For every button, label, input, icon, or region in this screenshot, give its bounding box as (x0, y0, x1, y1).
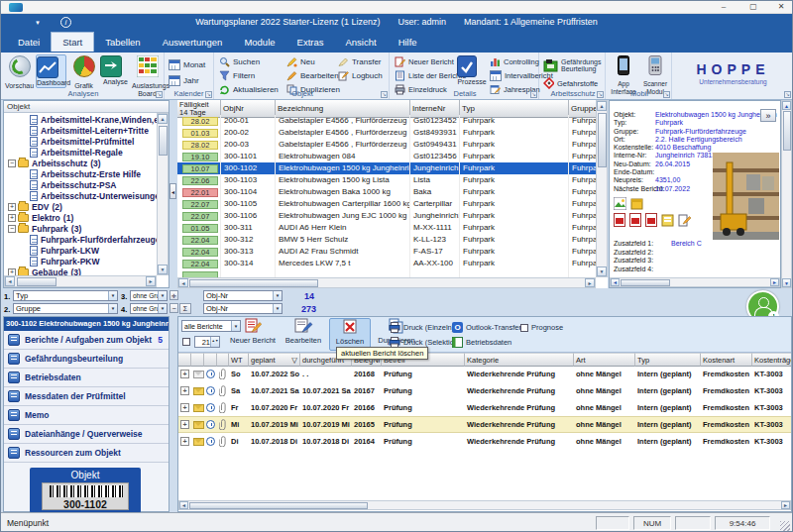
object-info-item[interactable]: Memo (4, 406, 169, 425)
table-row[interactable]: 22.06 300-1103 Elektrohubwagen 1500 kg L… (177, 174, 596, 186)
filter-2-select[interactable]: Gruppe▼ (13, 303, 118, 314)
checkbox-icon[interactable] (520, 324, 528, 332)
report-row[interactable]: + So 10.07.2022 So . . 20168 Prüfung Wie… (178, 366, 791, 382)
tree-item[interactable]: + Gebäude (3) (4, 266, 157, 275)
table-row[interactable]: 28.02 200-03 Gabelstapler E4566 , Flurfö… (177, 139, 596, 151)
prozesse-button[interactable]: Prozesse (457, 54, 487, 88)
object-info-item[interactable]: Berichte / Aufgaben zum Objekt 5 (4, 331, 169, 350)
scrollbar-thumb[interactable] (598, 113, 607, 167)
column-header-wt[interactable]: WT (229, 353, 249, 367)
dialog-launcher-icon[interactable]: ↘ (530, 91, 537, 98)
menu-tab-start[interactable]: Start (51, 32, 94, 52)
scanner-modul-button[interactable]: Scanner Modul (640, 54, 670, 88)
scroll-up-icon[interactable]: ▲ (597, 101, 607, 111)
gefahrstoffe-button[interactable]: Gefahrstoffe (543, 77, 598, 89)
count-field-select-1[interactable]: Obj-Nr▼ (203, 290, 283, 301)
object-info-item[interactable]: Gefährdungsbeurteilung (4, 350, 169, 369)
tree-expander-icon[interactable]: + (8, 203, 16, 211)
column-header-typ[interactable]: Typ (635, 353, 701, 367)
filter-4-select[interactable]: ohne Gruppierung▼ (130, 303, 168, 314)
expand-row-icon[interactable]: + (180, 420, 189, 429)
scrollbar-thumb[interactable] (189, 279, 318, 287)
report-count-spinner[interactable]: 21▲▼ (194, 336, 220, 348)
filter-1-select[interactable]: Typ▼ (13, 290, 118, 301)
chevron-down-icon[interactable]: ▼ (108, 291, 117, 300)
table-row[interactable]: 19.10 300-1101 Elektrohubwagen 084 Gst01… (177, 151, 596, 162)
table-row[interactable]: 01.03 200-02 Gabelstapler E4566 , Flurfö… (177, 127, 596, 139)
menu-tab-extras[interactable]: Extras (286, 33, 335, 52)
expand-detail-button[interactable]: » (760, 109, 776, 122)
table-row[interactable]: 22.07 300-1106 Elektrohubwagen Jung EJC … (177, 210, 596, 222)
close-icon[interactable]: ✕ (768, 1, 793, 14)
scroll-right-icon[interactable]: ► (585, 278, 595, 287)
tree-item[interactable]: Arbeitsmittel-Leitern+Tritte (4, 125, 157, 136)
dialog-launcher-icon[interactable]: ↘ (205, 91, 212, 98)
monat-button[interactable]: Monat (169, 58, 205, 70)
app-interface-button[interactable]: App Interface (609, 54, 638, 88)
table-row[interactable]: 28.02 200-01 Gabelstapler E4566 , Flurfö… (177, 115, 596, 127)
report-row[interactable]: + Sa 10.07.2021 Sa 10.07.2021 Sa 20167 P… (178, 382, 791, 399)
scroll-left-icon[interactable]: ◄ (178, 278, 188, 287)
range-checkbox[interactable] (182, 338, 190, 346)
detail-horizontal-scrollbar[interactable]: ◄ ► (610, 277, 780, 287)
column-header-kategorie[interactable]: Kategorie (465, 353, 574, 367)
scroll-right-icon[interactable]: ► (146, 276, 156, 286)
neu-button[interactable]: Neu (286, 55, 315, 67)
tree-item[interactable]: + Elektro (1) (4, 212, 157, 223)
tree-item[interactable]: Arbeitsmittel-Regale (4, 147, 157, 158)
tree-expander-icon[interactable]: + (8, 268, 16, 276)
resize-grip[interactable] (780, 521, 790, 531)
object-info-item[interactable]: Betriebsdaten (4, 369, 169, 387)
statistics-toggle-button[interactable]: Σ (179, 303, 191, 314)
tree-item[interactable]: − Arbeitsschutz (3) (4, 158, 157, 168)
image-file-icon[interactable] (614, 196, 626, 214)
scrollbar-thumb[interactable] (159, 126, 168, 156)
tree-item[interactable]: Fuhrpark-PKW (4, 256, 157, 266)
table-row[interactable]: 22.04 300-312 BMW 5 Herr Schulz K-LL-123… (177, 234, 596, 246)
tree-item[interactable]: − Fuhrpark (3) (4, 223, 157, 234)
tree-item[interactable]: + EDV (2) (4, 201, 157, 212)
scrollbar-thumb[interactable] (621, 279, 670, 286)
expand-row-icon[interactable]: + (180, 403, 189, 412)
dashboard-button[interactable]: Dashboard (36, 54, 66, 88)
tree-expander-icon[interactable]: + (8, 214, 16, 222)
scroll-down-icon[interactable]: ▼ (782, 278, 791, 287)
logbuch-button[interactable]: Logbuch (338, 69, 383, 81)
database-file-icon[interactable] (661, 213, 674, 231)
panel-splitter[interactable]: ◂ (170, 100, 177, 288)
table-row[interactable]: 22.01 300-1104 Elektrohubwagen Baka 1000… (177, 186, 596, 198)
menu-tab-hilfe[interactable]: Hilfe (388, 33, 428, 52)
count-field-select-2[interactable]: Obj-Nr▼ (203, 303, 283, 314)
scroll-left-icon[interactable]: ◄ (5, 276, 15, 286)
scroll-right-icon[interactable]: ► (781, 501, 790, 509)
object-info-item[interactable]: Ressourcen zum Objekt (4, 444, 169, 463)
outlook-transfer-button[interactable]: O Outlook-Transfer (452, 321, 521, 334)
print-single-button[interactable]: Druck (Einzeln) (389, 321, 454, 334)
chevron-down-icon[interactable]: ▼ (273, 291, 282, 300)
chevron-down-icon[interactable]: ▼ (158, 304, 167, 313)
report-horizontal-scrollbar[interactable]: ◄ ► (178, 500, 791, 510)
spinner-arrows-icon[interactable]: ▲▼ (210, 337, 219, 347)
scroll-right-icon[interactable]: ► (770, 278, 779, 286)
tree-item[interactable]: Arbeitsschutz-Erste Hilfe (4, 168, 157, 179)
menu-tab-ansicht[interactable]: Ansicht (334, 33, 387, 52)
menu-tab-datei[interactable]: Datei (7, 33, 51, 52)
suchen-button[interactable]: Suchen (219, 55, 260, 67)
expand-row-icon[interactable]: + (180, 370, 189, 378)
tree-expander-icon[interactable]: − (8, 160, 16, 167)
gefaehrdungsbeurteilung-button[interactable]: Gefährdungs Beurteilung (543, 56, 605, 74)
dialog-launcher-icon[interactable]: ↘ (597, 91, 604, 98)
chevron-down-icon[interactable]: ▼ (158, 291, 167, 300)
scroll-left-icon[interactable]: ◄ (179, 501, 188, 509)
scroll-down-icon[interactable]: ▼ (597, 266, 607, 276)
tree-horizontal-scrollbar[interactable]: ◄ ► (4, 275, 157, 287)
vorschau-button[interactable]: Vorschau (4, 54, 35, 88)
chevron-down-icon[interactable]: ▼ (273, 304, 282, 313)
pdf-file-icon[interactable] (629, 213, 641, 227)
minimize-icon[interactable]: – (711, 1, 736, 14)
dialog-launcher-icon[interactable]: ↘ (663, 91, 670, 98)
table-row[interactable]: 22.04 300-314 Mercedes LKW 7,5 t AA-XX-1… (177, 258, 596, 269)
table-row[interactable]: 22.04 300-313 AUDI A2 Frau Schmidt F-AS-… (177, 246, 596, 258)
scrollbar-thumb[interactable] (783, 111, 791, 151)
edit-report-button[interactable]: Bearbeiten (280, 318, 327, 345)
